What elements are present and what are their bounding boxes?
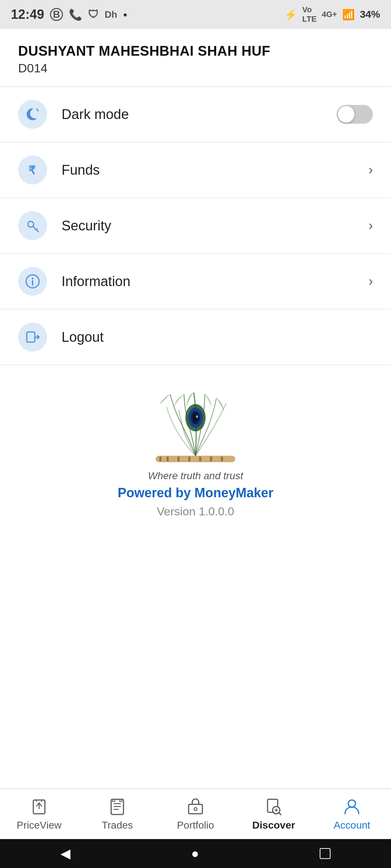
svg-line-4 [36, 229, 37, 230]
svg-rect-17 [221, 456, 223, 461]
svg-rect-13 [177, 456, 180, 461]
rupee-icon: ₹ [25, 162, 41, 178]
dark-mode-icon-wrap [18, 100, 47, 129]
funds-label: Funds [62, 162, 369, 178]
portfolio-label: Portfolio [177, 820, 214, 831]
signal-icon: 📶 [342, 9, 355, 21]
svg-point-0 [37, 110, 39, 111]
portfolio-nav-icon [186, 797, 205, 817]
discover-label: Discover [252, 820, 295, 831]
funds-chevron: › [369, 162, 373, 178]
svg-rect-8 [27, 332, 35, 342]
user-name: DUSHYANT MAHESHBHAI SHAH HUF [18, 43, 373, 59]
home-button[interactable]: ● [191, 846, 199, 861]
security-chevron: › [369, 218, 373, 233]
security-label: Security [62, 218, 369, 234]
svg-rect-16 [210, 456, 212, 461]
svg-point-7 [32, 278, 34, 280]
nav-item-portfolio[interactable]: Portfolio [156, 797, 235, 831]
status-right-icons: ⚡ VoLTE 4G+ 📶 34% [285, 5, 380, 24]
info-icon [25, 273, 41, 289]
dark-mode-label: Dark mode [62, 107, 337, 122]
nav-item-priceview[interactable]: PriceView [0, 797, 78, 831]
security-icon-wrap [18, 211, 47, 240]
peacock-feather-image [134, 387, 257, 474]
information-chevron: › [369, 274, 373, 289]
call-icon: 📞 [69, 8, 82, 21]
nav-item-discover[interactable]: Discover [235, 797, 313, 831]
svg-point-30 [348, 800, 356, 807]
bluetooth-icon: ⚡ [285, 9, 297, 21]
trades-nav-icon [108, 797, 127, 817]
dot-icon: ● [123, 10, 127, 19]
discover-nav-icon [264, 797, 283, 817]
menu-item-security[interactable]: Security › [0, 198, 391, 254]
priceview-label: PriceView [17, 820, 62, 831]
funds-icon-wrap: ₹ [18, 156, 47, 184]
logout-icon [25, 329, 41, 345]
svg-rect-11 [159, 456, 161, 461]
menu-item-funds[interactable]: ₹ Funds › [0, 142, 391, 198]
dark-mode-toggle[interactable] [337, 105, 373, 124]
toggle-knob [338, 106, 354, 123]
menu-item-logout[interactable]: Logout [0, 310, 391, 365]
information-label: Information [62, 274, 369, 289]
user-id: D014 [18, 61, 373, 75]
bottom-nav: PriceView Trades Portfolio Discover [0, 788, 391, 839]
status-time: 12:49 B 📞 🛡 Dh ● [11, 7, 127, 22]
menu-list: Dark mode ₹ Funds › Security › [0, 87, 391, 365]
logout-icon-wrap [18, 323, 47, 352]
user-header: DUSHYANT MAHESHBHAI SHAH HUF D014 [0, 29, 391, 87]
system-nav-bar: ◀ ● [0, 839, 391, 868]
svg-text:₹: ₹ [28, 164, 36, 177]
b-icon: B [50, 8, 63, 21]
key-icon [25, 218, 41, 234]
svg-rect-15 [199, 456, 201, 461]
trades-label: Trades [102, 820, 133, 831]
information-icon-wrap [18, 267, 47, 296]
nav-item-account[interactable]: Account [313, 797, 391, 831]
moon-star-icon [25, 106, 41, 122]
priceview-nav-icon [29, 797, 49, 817]
back-button[interactable]: ◀ [60, 846, 71, 861]
svg-point-25 [194, 808, 197, 810]
powered-by: Powered by MoneyMaker [118, 485, 273, 501]
version: Version 1.0.0.0 [157, 505, 234, 518]
svg-rect-14 [188, 456, 190, 461]
svg-rect-12 [167, 456, 169, 461]
logo-section: Where truth and trust Powered by MoneyMa… [0, 365, 391, 526]
svg-rect-24 [189, 804, 202, 814]
volte-icon: VoLTE [302, 5, 317, 24]
logout-label: Logout [62, 329, 373, 345]
battery-text: 34% [360, 9, 380, 20]
status-bar: 12:49 B 📞 🛡 Dh ● ⚡ VoLTE 4G+ 📶 34% [0, 0, 391, 29]
svg-point-22 [196, 416, 198, 418]
account-nav-icon [342, 797, 362, 817]
menu-item-dark-mode[interactable]: Dark mode [0, 87, 391, 142]
recents-button[interactable] [320, 848, 331, 859]
network-icon: 4G+ [322, 10, 337, 19]
shield-icon: 🛡 [88, 8, 99, 21]
account-label: Account [333, 820, 370, 831]
dh-icon: Dh [105, 9, 117, 20]
menu-item-information[interactable]: Information › [0, 254, 391, 310]
nav-item-trades[interactable]: Trades [78, 797, 156, 831]
